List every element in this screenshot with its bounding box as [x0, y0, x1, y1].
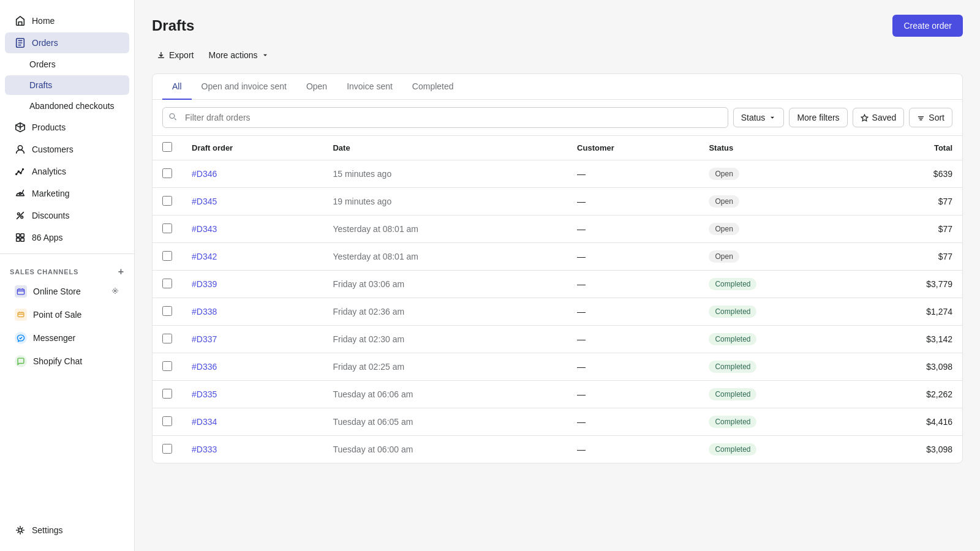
row-checkbox[interactable] — [162, 168, 172, 178]
row-checkbox[interactable] — [162, 389, 172, 399]
row-draft-order: #D333 — [182, 436, 323, 463]
sidebar-sub-drafts-label: Drafts — [29, 80, 52, 90]
svg-point-14 — [115, 290, 116, 291]
sidebar-channel-online-store[interactable]: Online Store — [5, 280, 129, 302]
sidebar-item-analytics[interactable]: Analytics — [5, 161, 129, 182]
sidebar-channel-point-of-sale[interactable]: Point of Sale — [5, 304, 129, 326]
svg-point-16 — [18, 528, 21, 531]
row-customer: — — [567, 353, 699, 381]
svg-rect-9 — [17, 234, 20, 237]
draft-order-link[interactable]: #D333 — [192, 444, 217, 454]
row-checkbox[interactable] — [162, 279, 172, 288]
row-draft-order: #D334 — [182, 408, 323, 436]
row-total: $3,098 — [856, 436, 962, 463]
row-checkbox[interactable] — [162, 251, 172, 261]
row-total: $77 — [856, 188, 962, 216]
sidebar-sub-item-abandoned[interactable]: Abandoned checkouts — [5, 96, 129, 116]
sidebar-item-products[interactable]: Products — [5, 117, 129, 138]
more-filters-button[interactable]: More filters — [789, 108, 847, 127]
row-status: Completed — [699, 326, 856, 353]
tab-completed[interactable]: Completed — [402, 74, 464, 100]
draft-order-link[interactable]: #D336 — [192, 362, 217, 372]
sort-button[interactable]: Sort — [909, 108, 952, 127]
row-status: Open — [699, 216, 856, 243]
draft-order-link[interactable]: #D335 — [192, 389, 217, 399]
sidebar-item-products-label: Products — [32, 122, 66, 132]
sales-channels-section: SALES CHANNELS + — [0, 259, 134, 280]
draft-order-link[interactable]: #D338 — [192, 307, 217, 317]
drafts-table: Draft order Date Customer Status Total #… — [153, 136, 962, 463]
sidebar: Home Orders Orders Drafts Abandoned chec… — [0, 0, 135, 551]
row-date: Friday at 02:36 am — [323, 298, 567, 326]
search-icon — [168, 113, 177, 123]
draft-order-link[interactable]: #D342 — [192, 252, 217, 261]
point-of-sale-label: Point of Sale — [33, 310, 81, 320]
row-status: Completed — [699, 353, 856, 381]
row-checkbox[interactable] — [162, 444, 172, 454]
sidebar-channel-shopify-chat[interactable]: Shopify Chat — [5, 350, 129, 372]
row-draft-order: #D339 — [182, 271, 323, 298]
create-order-button[interactable]: Create order — [892, 15, 963, 37]
row-customer: — — [567, 243, 699, 271]
main-content: Drafts Create order Export More actions … — [135, 0, 980, 551]
row-date: Tuesday at 06:00 am — [323, 436, 567, 463]
draft-order-link[interactable]: #D339 — [192, 279, 217, 289]
select-all-checkbox[interactable] — [162, 142, 172, 152]
col-status: Status — [699, 136, 856, 160]
row-checkbox-cell — [153, 271, 182, 298]
sidebar-item-orders[interactable]: Orders — [5, 32, 129, 53]
export-button[interactable]: Export — [152, 47, 198, 64]
row-checkbox[interactable] — [162, 361, 172, 371]
row-status: Completed — [699, 381, 856, 408]
row-checkbox[interactable] — [162, 334, 172, 343]
sidebar-channel-messenger[interactable]: Messenger — [5, 327, 129, 349]
discounts-icon — [15, 210, 26, 221]
row-checkbox[interactable] — [162, 223, 172, 233]
draft-order-link[interactable]: #D337 — [192, 334, 217, 344]
saved-button[interactable]: Saved — [853, 108, 905, 127]
export-icon — [157, 51, 165, 59]
row-checkbox[interactable] — [162, 196, 172, 206]
status-filter-label: Status — [741, 113, 766, 122]
row-draft-order: #D338 — [182, 298, 323, 326]
sidebar-item-analytics-label: Analytics — [32, 167, 66, 176]
marketing-icon — [15, 188, 26, 199]
sidebar-item-customers[interactable]: Customers — [5, 139, 129, 160]
sidebar-item-settings[interactable]: Settings — [5, 520, 129, 541]
draft-order-link[interactable]: #D346 — [192, 169, 217, 179]
apps-icon — [15, 232, 26, 243]
draft-order-link[interactable]: #D334 — [192, 417, 217, 427]
more-actions-button[interactable]: More actions — [203, 47, 273, 64]
sidebar-item-home[interactable]: Home — [5, 10, 129, 31]
more-actions-label: More actions — [208, 50, 257, 60]
row-total: $1,274 — [856, 298, 962, 326]
status-filter-button[interactable]: Status — [733, 108, 785, 127]
sidebar-item-apps[interactable]: 86 Apps — [5, 227, 129, 248]
draft-order-link[interactable]: #D343 — [192, 224, 217, 234]
toolbar: Export More actions — [152, 47, 963, 64]
tab-open-invoice[interactable]: Open and invoice sent — [192, 74, 296, 100]
draft-order-link[interactable]: #D345 — [192, 197, 217, 206]
sidebar-item-marketing[interactable]: Marketing — [5, 183, 129, 204]
add-channel-icon[interactable]: + — [118, 266, 124, 277]
sidebar-sub-item-drafts[interactable]: Drafts — [5, 75, 129, 95]
table-row: #D339 Friday at 03:06 am — Completed $3,… — [153, 271, 962, 298]
tab-invoice-sent[interactable]: Invoice sent — [337, 74, 402, 100]
tab-all[interactable]: All — [162, 74, 192, 100]
row-checkbox[interactable] — [162, 306, 172, 316]
sidebar-item-discounts[interactable]: Discounts — [5, 205, 129, 226]
tab-open[interactable]: Open — [296, 74, 337, 100]
row-date: Tuesday at 06:05 am — [323, 408, 567, 436]
row-customer: — — [567, 436, 699, 463]
row-checkbox[interactable] — [162, 416, 172, 426]
sort-label: Sort — [929, 113, 944, 122]
home-icon — [15, 15, 26, 26]
status-badge: Open — [709, 195, 739, 208]
online-store-settings-icon[interactable] — [111, 287, 119, 297]
customers-icon — [15, 144, 26, 155]
sidebar-sub-item-orders[interactable]: Orders — [5, 54, 129, 74]
row-date: 19 minutes ago — [323, 188, 567, 216]
shopify-chat-label: Shopify Chat — [33, 356, 82, 366]
col-draft-order: Draft order — [182, 136, 323, 160]
search-input[interactable] — [162, 107, 728, 128]
